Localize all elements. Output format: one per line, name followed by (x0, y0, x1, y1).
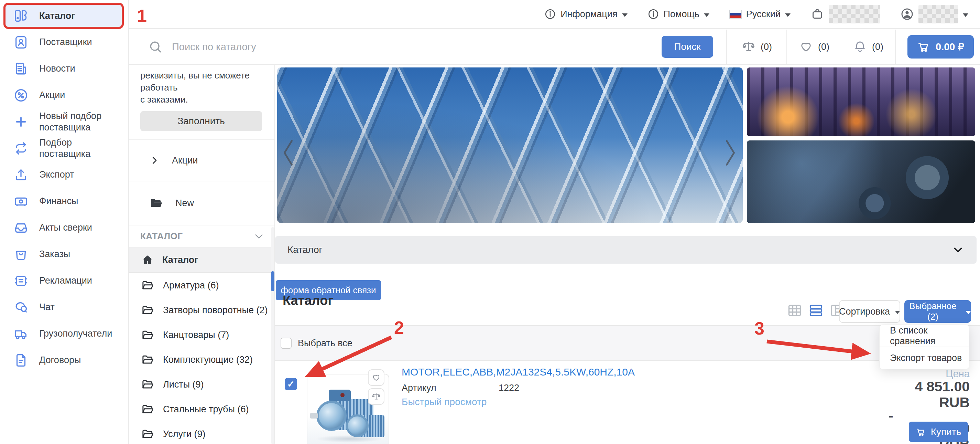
sidebar-item-supplier-selection[interactable]: Подбор поставщика (0, 135, 128, 161)
sidebar-item-finance[interactable]: Финансы (0, 188, 128, 214)
sidebar-item-orders[interactable]: Заказы (0, 241, 128, 267)
product-title-link[interactable]: MOTOR,ELEC,ABB,M2JA132S4,5.5KW,60HZ,10A (402, 366, 635, 378)
category-armature[interactable]: Арматура (6) (129, 273, 274, 298)
main-content: Каталог форма обратной связи Каталог Сор… (275, 65, 980, 444)
sidebar-item-suppliers[interactable]: Поставщики (0, 29, 128, 56)
folder-icon (141, 402, 155, 416)
promotions-row[interactable]: Акции (129, 140, 274, 181)
promo-image-metal-parts (747, 141, 975, 223)
category-sheets[interactable]: Листы (9) (129, 372, 274, 397)
select-all-checkbox[interactable] (281, 338, 291, 349)
selected-dropdown-button[interactable]: Выбранное (2) (904, 300, 971, 323)
scales-icon (371, 392, 381, 401)
sidebar-item-label: Экспорт (39, 169, 74, 180)
export-icon (13, 167, 29, 183)
panel-scrollbar-thumb[interactable] (271, 271, 274, 291)
category-label: Затворы поворотные (2) (163, 305, 267, 316)
sidebar-item-label: Поставщики (39, 37, 92, 48)
grid-view-icon[interactable] (787, 303, 803, 318)
search-button[interactable]: Поиск (662, 36, 713, 58)
sidebar-item-label: Грузополучатели (39, 328, 112, 339)
cart-total: 0.00 ₽ (935, 41, 964, 53)
sidebar-item-new-supplier-selection[interactable]: Новый подбор поставщика (0, 109, 128, 135)
scales-icon (741, 40, 756, 54)
info-icon (648, 8, 659, 20)
catalog-root-item[interactable]: Каталог (129, 247, 274, 273)
sidebar-item-catalog[interactable]: Каталог (3, 3, 124, 29)
sidebar-item-export[interactable]: Экспорт (0, 161, 128, 188)
carousel-next-arrow[interactable] (723, 134, 738, 172)
chat-icon (13, 299, 29, 315)
russian-flag-icon (729, 10, 742, 19)
quick-view-link[interactable]: Быстрый просмотр (402, 396, 487, 407)
language-menu[interactable]: Русский (729, 9, 791, 20)
catalog-accordion[interactable]: Каталог (275, 236, 977, 264)
catalog-section-header[interactable]: КАТАЛОГ (129, 225, 274, 247)
select-all-label: Выбрать все (298, 338, 352, 349)
menu-item-compare-list[interactable]: В список сравнения (880, 325, 969, 347)
category-stationery[interactable]: Канцтовары (7) (129, 323, 274, 347)
list-toolbar-band: Выбрать все (275, 325, 980, 361)
motor-axle (310, 413, 318, 418)
briefcase-icon (810, 7, 824, 21)
add-to-favorites-button[interactable] (368, 369, 385, 386)
catalog-root-label: Каталог (162, 255, 199, 265)
sort-button[interactable]: Сортировка (839, 300, 900, 323)
sidebar-item-chat[interactable]: Чат (0, 294, 128, 321)
workspace-name-redacted (829, 5, 880, 23)
folder-icon (141, 427, 155, 441)
help-label: Помощь (663, 9, 699, 20)
favorites-counter[interactable]: (0) (787, 40, 841, 54)
buy-label: Купить (931, 426, 961, 438)
selected-label: Выбранное (2) (904, 301, 961, 322)
account-menu[interactable] (900, 5, 968, 23)
sidebar-item-consignees[interactable]: Грузополучатели (0, 321, 128, 347)
new-folder-row[interactable]: New (129, 181, 274, 225)
sidebar-item-label: Финансы (39, 195, 78, 206)
notifications-counter[interactable]: (0) (841, 40, 895, 54)
sidebar-item-label: Подбор поставщика (39, 137, 122, 159)
category-services[interactable]: Услуги (9) (129, 422, 274, 444)
sidebar: Каталог Поставщики Новости Акции Новый п… (0, 0, 129, 444)
claims-icon (13, 273, 29, 289)
menu-item-export-products[interactable]: Экспорт товаров (880, 347, 969, 369)
requisites-notice: реквизиты, вы не сможете работать с зака… (140, 70, 266, 105)
catalog-icon (13, 8, 29, 24)
annotation-step-2: 2 (394, 317, 404, 338)
category-steel-pipes[interactable]: Стальные трубы (6) (129, 397, 274, 422)
price-column-header: Цена (946, 368, 970, 380)
sidebar-item-news[interactable]: Новости (0, 56, 128, 82)
price-dash: - (887, 410, 970, 421)
cart-button[interactable]: 0.00 ₽ (907, 35, 974, 59)
language-label: Русский (746, 9, 781, 20)
workspace-menu[interactable] (810, 5, 880, 23)
motor-terminal-box (329, 390, 351, 401)
annotation-step-3: 3 (754, 318, 764, 339)
category-components[interactable]: Комплектующие (32) (129, 347, 274, 372)
panel-scrollbar-track[interactable] (271, 227, 274, 444)
carousel-prev-arrow[interactable] (280, 134, 296, 172)
suppliers-icon (13, 34, 29, 50)
sidebar-item-promotions[interactable]: Акции (0, 82, 128, 109)
search-input[interactable] (172, 41, 662, 53)
category-valves[interactable]: Затворы поворотные (2) (129, 298, 274, 323)
info-menu[interactable]: Информация (544, 8, 627, 20)
fill-requisites-button[interactable]: Заполнить (140, 111, 262, 131)
sidebar-item-label: Договоры (39, 355, 81, 366)
chevron-right-icon (149, 155, 159, 166)
add-to-compare-button[interactable] (368, 388, 385, 405)
notifications-count: (0) (872, 42, 883, 52)
favorites-count: (0) (818, 42, 829, 52)
sku-value: 1222 (499, 383, 519, 393)
compare-counter[interactable]: (0) (727, 40, 786, 54)
page-title: Каталог (283, 293, 333, 308)
list-view-icon-active[interactable] (808, 303, 824, 318)
product-checkbox-checked[interactable]: ✓ (285, 378, 297, 390)
sidebar-item-claims[interactable]: Рекламации (0, 267, 128, 294)
motor-face-small (346, 414, 369, 437)
help-menu[interactable]: Помощь (648, 8, 710, 20)
buy-button[interactable]: Купить (909, 422, 968, 442)
sidebar-item-reconciliation-acts[interactable]: Акты сверки (0, 214, 128, 241)
category-panel: реквизиты, вы не сможете работать с зака… (129, 65, 275, 444)
sidebar-item-contracts[interactable]: Договоры (0, 347, 128, 374)
